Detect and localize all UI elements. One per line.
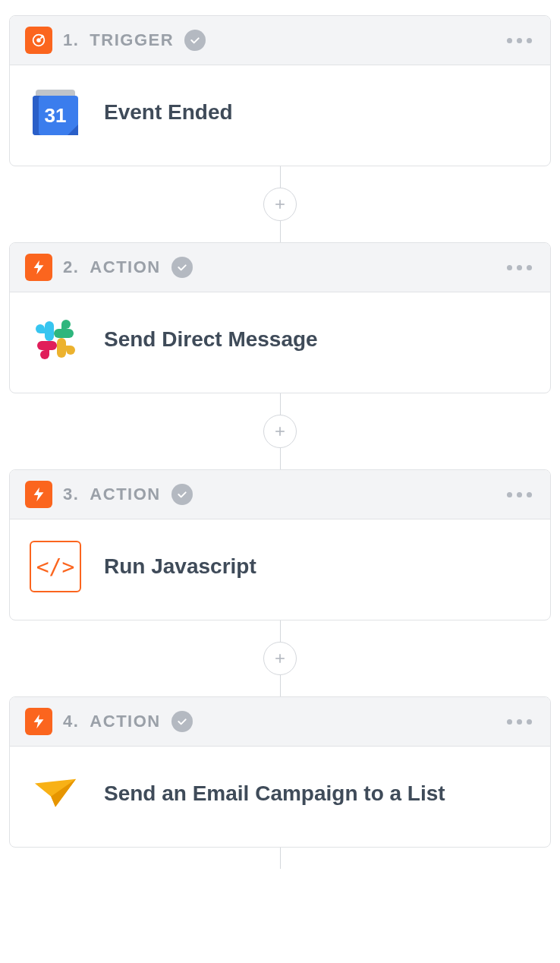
step-number-3: 3. — [63, 485, 79, 504]
step-type-4: ACTION — [90, 712, 160, 731]
step-more-menu-1[interactable] — [504, 35, 535, 46]
status-complete-icon — [171, 711, 193, 732]
add-step-button-2[interactable] — [263, 415, 297, 448]
status-complete-icon — [171, 484, 193, 505]
code-icon: </> — [30, 541, 81, 592]
step-number-4: 4. — [63, 712, 79, 731]
step-card-4[interactable]: 4. ACTION Send an Email Campaign to a Li… — [9, 696, 551, 848]
step-more-menu-3[interactable] — [504, 489, 535, 500]
step-type-3: ACTION — [90, 485, 160, 504]
step-header-1: 1. TRIGGER — [10, 16, 550, 65]
trigger-icon — [25, 27, 52, 54]
action-icon — [25, 254, 52, 281]
step-type-2: ACTION — [90, 257, 160, 277]
action-icon — [25, 708, 52, 735]
connector-1 — [9, 166, 551, 242]
step-title-1: Event Ended — [104, 100, 233, 125]
add-step-button-1[interactable] — [263, 188, 297, 221]
google-calendar-icon: 31 — [30, 87, 81, 138]
step-card-3[interactable]: 3. ACTION </> Run Javascript — [9, 469, 551, 620]
step-more-menu-2[interactable] — [504, 262, 535, 273]
connector-3 — [9, 620, 551, 696]
step-body-3: </> Run Javascript — [10, 519, 550, 620]
step-type-1: TRIGGER — [90, 30, 174, 50]
svg-point-1 — [36, 38, 41, 43]
step-card-1[interactable]: 1. TRIGGER 31 Event Ended — [9, 15, 551, 166]
step-header-3: 3. ACTION — [10, 470, 550, 519]
step-body-1: 31 Event Ended — [10, 65, 550, 166]
connector-end — [9, 848, 551, 869]
paper-plane-icon — [30, 768, 81, 819]
step-number-1: 1. — [63, 30, 79, 50]
connector-2 — [9, 393, 551, 469]
step-title-3: Run Javascript — [104, 554, 256, 579]
step-header-2: 2. ACTION — [10, 243, 550, 292]
slack-icon — [30, 314, 81, 365]
step-title-2: Send Direct Message — [104, 327, 318, 352]
action-icon — [25, 481, 52, 508]
step-more-menu-4[interactable] — [504, 716, 535, 728]
step-body-4: Send an Email Campaign to a List — [10, 747, 550, 847]
step-title-4: Send an Email Campaign to a List — [104, 781, 445, 806]
step-body-2: Send Direct Message — [10, 292, 550, 393]
status-complete-icon — [184, 30, 206, 51]
step-number-2: 2. — [63, 257, 79, 277]
add-step-button-3[interactable] — [263, 642, 297, 675]
status-complete-icon — [171, 257, 193, 278]
step-card-2[interactable]: 2. ACTION Send Direct Message — [9, 242, 551, 393]
step-header-4: 4. ACTION — [10, 697, 550, 747]
